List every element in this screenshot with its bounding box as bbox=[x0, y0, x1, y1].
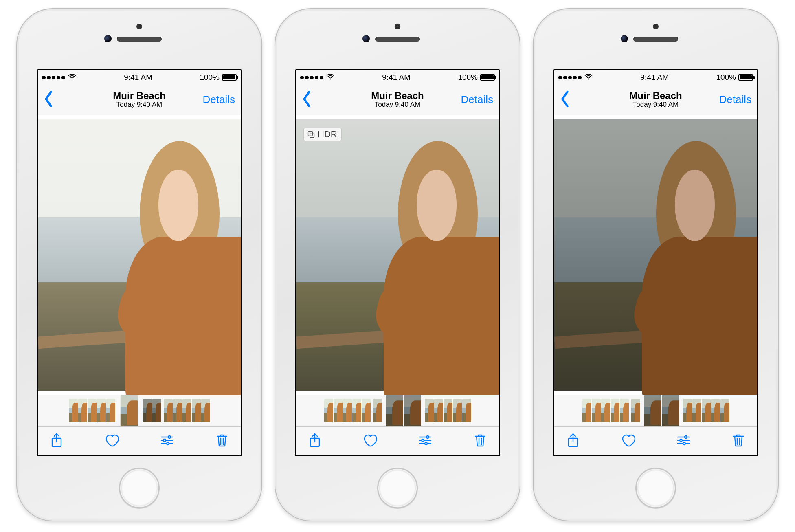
phone-frame: 9:41 AM 100% Muir Beach Today 9:40 AM De… bbox=[533, 8, 779, 521]
photo-subject bbox=[123, 141, 241, 380]
thumbnail[interactable] bbox=[201, 399, 210, 422]
thumbnail[interactable] bbox=[683, 399, 692, 422]
earpiece-speaker bbox=[633, 37, 678, 42]
thumbnail[interactable] bbox=[434, 399, 443, 422]
details-button[interactable]: Details bbox=[203, 93, 235, 106]
status-bar: 9:41 AM 100% bbox=[296, 70, 499, 84]
thumbnail[interactable] bbox=[143, 399, 152, 422]
delete-button[interactable] bbox=[730, 432, 747, 450]
back-button[interactable] bbox=[560, 91, 570, 109]
svg-point-8 bbox=[167, 442, 169, 445]
photo-viewer[interactable] bbox=[554, 115, 757, 395]
thumbnail-group bbox=[582, 399, 629, 422]
thumbnail[interactable] bbox=[644, 395, 661, 426]
thumbnail[interactable] bbox=[453, 399, 462, 422]
photo-subject bbox=[381, 141, 499, 380]
svg-rect-13 bbox=[310, 133, 314, 138]
battery-cluster: 100% bbox=[200, 73, 237, 82]
favorite-button[interactable] bbox=[620, 432, 636, 450]
thumbnail[interactable] bbox=[97, 399, 106, 422]
thumbnail[interactable] bbox=[720, 399, 729, 422]
thumbnail[interactable] bbox=[334, 399, 343, 422]
details-button[interactable]: Details bbox=[461, 93, 493, 106]
thumbnail[interactable] bbox=[173, 399, 182, 422]
back-button[interactable] bbox=[44, 91, 53, 109]
thumbnail-group bbox=[69, 399, 115, 422]
thumbnail[interactable] bbox=[343, 399, 352, 422]
share-button[interactable] bbox=[307, 432, 323, 450]
favorite-button[interactable] bbox=[362, 432, 378, 450]
battery-percent: 100% bbox=[200, 73, 220, 82]
thumbnail[interactable] bbox=[631, 399, 640, 422]
photo-viewer[interactable]: HDR bbox=[296, 115, 499, 395]
thumbnail[interactable] bbox=[192, 399, 201, 422]
thumbnail[interactable] bbox=[78, 399, 87, 422]
thumbnail-strip[interactable] bbox=[296, 395, 499, 426]
thumbnail-group bbox=[631, 399, 640, 422]
thumbnail[interactable] bbox=[692, 399, 701, 422]
battery-icon bbox=[738, 74, 753, 81]
proximity-sensor bbox=[136, 24, 142, 29]
share-button[interactable] bbox=[565, 432, 581, 450]
thumbnail-strip[interactable] bbox=[554, 395, 757, 426]
home-button[interactable] bbox=[377, 468, 418, 508]
front-camera bbox=[621, 35, 628, 42]
photo-viewer[interactable] bbox=[38, 115, 241, 395]
home-button[interactable] bbox=[635, 468, 676, 508]
thumbnail[interactable] bbox=[444, 399, 452, 422]
edit-button[interactable] bbox=[675, 432, 692, 450]
share-button[interactable] bbox=[48, 432, 65, 450]
status-time: 9:41 AM bbox=[640, 73, 669, 82]
thumbnail[interactable] bbox=[88, 399, 97, 422]
phone-frame: 9:41 AM 100% Muir Beach Today 9:40 AM De… bbox=[16, 8, 262, 521]
wifi-icon bbox=[68, 72, 77, 83]
thumbnail[interactable] bbox=[662, 395, 679, 426]
thumbnail[interactable] bbox=[373, 399, 382, 422]
screen: 9:41 AM 100% Muir Beach Today 9:40 AM De… bbox=[295, 69, 500, 456]
cellular-signal-icon bbox=[558, 76, 582, 79]
thumbnail[interactable] bbox=[601, 399, 610, 422]
delete-button[interactable] bbox=[214, 432, 230, 450]
thumbnail-group bbox=[683, 399, 729, 422]
thumbnail[interactable] bbox=[362, 399, 371, 422]
thumbnail[interactable] bbox=[611, 399, 619, 422]
thumbnail[interactable] bbox=[702, 399, 711, 422]
thumbnail[interactable] bbox=[69, 399, 78, 422]
hdr-badge-label: HDR bbox=[318, 129, 337, 140]
thumbnail[interactable] bbox=[352, 399, 361, 422]
details-button[interactable]: Details bbox=[719, 93, 751, 106]
thumbnail-strip[interactable] bbox=[38, 395, 241, 426]
thumbnail[interactable] bbox=[404, 395, 421, 426]
phone-frame: 9:41 AM 100% Muir Beach Today 9:40 AM De… bbox=[275, 8, 520, 521]
thumbnail[interactable] bbox=[386, 395, 403, 426]
thumbnail[interactable] bbox=[711, 399, 720, 422]
battery-icon bbox=[480, 74, 495, 81]
edit-button[interactable] bbox=[417, 432, 433, 450]
thumbnail[interactable] bbox=[106, 399, 115, 422]
svg-rect-12 bbox=[308, 132, 313, 136]
thumbnail[interactable] bbox=[182, 399, 191, 422]
signal-cluster bbox=[42, 72, 77, 83]
thumbnail[interactable] bbox=[425, 399, 434, 422]
delete-button[interactable] bbox=[472, 432, 488, 450]
thumbnail[interactable] bbox=[592, 399, 601, 422]
thumbnail[interactable] bbox=[324, 399, 333, 422]
thumbnail-group bbox=[164, 399, 210, 422]
svg-point-24 bbox=[588, 78, 589, 79]
thumbnail[interactable] bbox=[582, 399, 591, 422]
thumbnail[interactable] bbox=[164, 399, 173, 422]
cellular-signal-icon bbox=[42, 76, 65, 79]
thumbnail[interactable] bbox=[620, 399, 629, 422]
home-button[interactable] bbox=[119, 468, 160, 508]
back-button[interactable] bbox=[302, 91, 312, 109]
thumbnail[interactable] bbox=[120, 395, 137, 426]
proximity-sensor bbox=[653, 24, 659, 29]
favorite-button[interactable] bbox=[103, 432, 120, 450]
edit-button[interactable] bbox=[159, 432, 175, 450]
status-time: 9:41 AM bbox=[124, 73, 152, 82]
proximity-sensor bbox=[395, 24, 400, 29]
thumbnail[interactable] bbox=[462, 399, 471, 422]
thumbnail[interactable] bbox=[152, 399, 161, 422]
screen: 9:41 AM 100% Muir Beach Today 9:40 AM De… bbox=[37, 69, 242, 456]
thumbnail-group bbox=[324, 399, 371, 422]
